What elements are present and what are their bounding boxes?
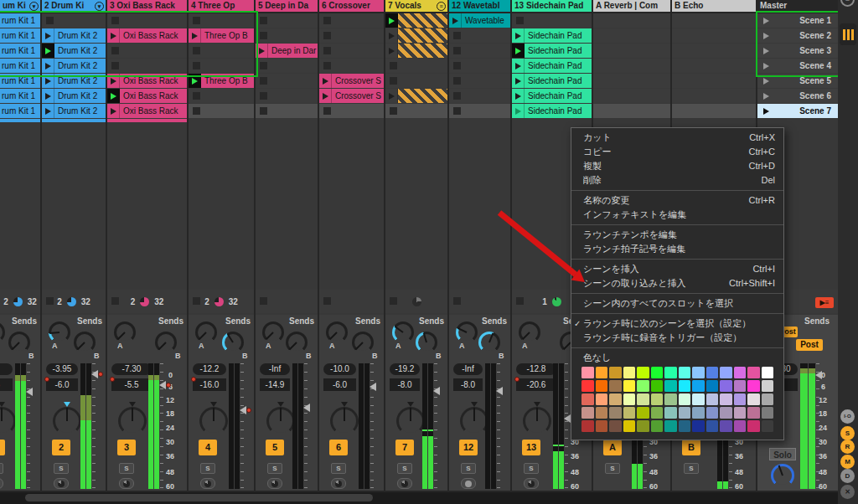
volume-fader-handle[interactable] xyxy=(91,370,98,378)
scene-play-icon[interactable] xyxy=(763,78,769,85)
arm-button[interactable] xyxy=(524,478,539,489)
clip-slot[interactable]: Three Op B xyxy=(189,28,254,43)
send-b-knob[interactable] xyxy=(74,332,96,353)
scene-play-icon[interactable] xyxy=(763,48,769,54)
send-a-knob[interactable] xyxy=(262,321,284,343)
color-swatch[interactable] xyxy=(720,367,732,378)
clip-slot[interactable] xyxy=(449,104,510,118)
clip-slot[interactable] xyxy=(672,28,756,43)
pan-knob[interactable] xyxy=(523,407,551,435)
clip[interactable]: rum Kit 1 xyxy=(0,74,40,88)
clip-play-cell[interactable] xyxy=(319,74,332,88)
color-swatch[interactable] xyxy=(706,393,719,405)
clip-slot[interactable]: Crossover S xyxy=(319,89,384,103)
menu-item[interactable]: シーンの取り込みと挿入Ctrl+Shift+I xyxy=(571,276,783,291)
volume-value[interactable]: .5 xyxy=(0,378,13,391)
mixer-toggle-delay[interactable]: D xyxy=(840,469,855,483)
peak-level-display[interactable]: -Inf xyxy=(260,363,290,375)
scene-play-icon[interactable] xyxy=(763,93,769,100)
solo-button[interactable]: S xyxy=(461,463,476,474)
menu-item[interactable]: コピーCtrl+C xyxy=(571,145,783,159)
clip-slot[interactable]: rum Kit 1 xyxy=(0,74,40,88)
color-swatch[interactable] xyxy=(747,367,760,378)
clip-play-cell[interactable] xyxy=(319,89,332,103)
clip-slot[interactable] xyxy=(593,44,670,58)
color-swatch[interactable] xyxy=(581,407,594,419)
color-swatch[interactable] xyxy=(762,380,774,392)
color-swatch[interactable] xyxy=(664,367,677,378)
clip-slot[interactable]: Wavetable xyxy=(449,13,510,28)
track-stop-button[interactable] xyxy=(46,297,54,305)
color-swatch[interactable] xyxy=(679,407,691,419)
track-stop-button[interactable] xyxy=(516,297,524,305)
color-swatch[interactable] xyxy=(679,420,691,432)
color-swatch[interactable] xyxy=(692,407,705,419)
color-swatch[interactable] xyxy=(747,380,760,392)
clip[interactable]: rum Kit 1 xyxy=(0,44,40,58)
peak-level-display[interactable]: -3.95 xyxy=(46,363,78,375)
menu-item[interactable]: 削除Del xyxy=(571,173,783,188)
clip-slot[interactable]: rum Kit 1 xyxy=(0,89,40,103)
clip-play-cell[interactable] xyxy=(42,104,54,118)
clip-play-cell[interactable] xyxy=(449,13,462,28)
color-swatch[interactable] xyxy=(762,407,774,419)
clip-slot[interactable] xyxy=(385,59,447,73)
clip-play-icon[interactable] xyxy=(45,33,51,39)
track-activator-button[interactable]: A xyxy=(603,440,622,455)
track-header-7-vocals[interactable]: 7 Vocals≡ xyxy=(385,0,447,12)
clip[interactable]: Wavetable xyxy=(449,13,510,28)
color-swatch[interactable] xyxy=(679,393,691,405)
clip-slot[interactable] xyxy=(319,28,384,43)
clip-play-icon[interactable] xyxy=(111,33,116,39)
clip-slot[interactable] xyxy=(256,13,318,28)
volume-fader-handle[interactable] xyxy=(303,404,310,412)
clip[interactable]: rum Kit 1 xyxy=(0,104,40,118)
pan-knob[interactable] xyxy=(396,407,425,435)
clip-slot[interactable]: Sidechain Pad xyxy=(512,28,592,43)
clip-play-cell[interactable] xyxy=(42,28,54,43)
track-header-5-deep[interactable]: 5 Deep in Da xyxy=(256,0,318,12)
volume-value[interactable]: -6.0 xyxy=(323,378,356,391)
track-stop-button[interactable] xyxy=(193,297,200,305)
color-swatch[interactable] xyxy=(747,407,760,419)
clip-slot[interactable] xyxy=(319,13,384,28)
clip-slot[interactable]: rum Kit 1 xyxy=(0,59,40,73)
clip-slot[interactable] xyxy=(385,89,447,103)
stop-all-clips-button[interactable]: ▶≡ xyxy=(815,297,834,308)
arm-button[interactable] xyxy=(331,478,346,489)
clip-slot[interactable] xyxy=(672,104,756,118)
clip[interactable]: Drum Kit 2 xyxy=(42,74,106,88)
pan-knob[interactable] xyxy=(460,407,488,435)
send-a-knob[interactable] xyxy=(195,321,217,343)
track-activator-button[interactable]: 2 xyxy=(52,440,70,455)
clip-play-icon[interactable] xyxy=(192,33,198,39)
color-swatch[interactable] xyxy=(623,393,636,405)
clip-play-icon[interactable] xyxy=(515,93,521,100)
solo-button[interactable]: S xyxy=(54,463,69,474)
track-header-12-wavetable[interactable]: 12 Wavetabl xyxy=(449,0,510,12)
volume-fader-handle[interactable] xyxy=(564,414,571,423)
clip-slot[interactable] xyxy=(319,44,384,58)
clip-play-icon[interactable] xyxy=(515,63,521,69)
master-solo-button[interactable]: Solo xyxy=(769,448,796,460)
menu-item[interactable]: ラウンチ拍子記号を編集 xyxy=(571,242,783,256)
track-activator-button[interactable]: B xyxy=(682,440,700,455)
track-header-2-drum-kit[interactable]: 2 Drum Ki▾ xyxy=(42,0,106,12)
color-swatch[interactable] xyxy=(637,367,649,378)
clip-slot[interactable]: rum Kit 1 xyxy=(0,104,40,118)
solo-button[interactable]: S xyxy=(524,463,539,474)
clip-slot[interactable] xyxy=(107,13,187,28)
color-swatch[interactable] xyxy=(734,420,747,432)
clip-slot[interactable] xyxy=(256,89,318,103)
menu-item[interactable]: インフォテキストを編集 xyxy=(571,208,783,222)
clip-play-cell[interactable] xyxy=(42,59,54,73)
volume-fader-handle[interactable] xyxy=(496,387,503,395)
color-swatch[interactable] xyxy=(734,407,747,419)
send-a-knob[interactable] xyxy=(0,321,5,343)
clip-slot[interactable] xyxy=(672,89,756,103)
send-b-knob[interactable] xyxy=(416,332,437,353)
color-swatch[interactable] xyxy=(734,367,747,378)
pan-knob[interactable] xyxy=(266,407,295,435)
clip[interactable]: Drum Kit 2 xyxy=(42,59,106,73)
send-b-knob[interactable] xyxy=(8,332,30,353)
